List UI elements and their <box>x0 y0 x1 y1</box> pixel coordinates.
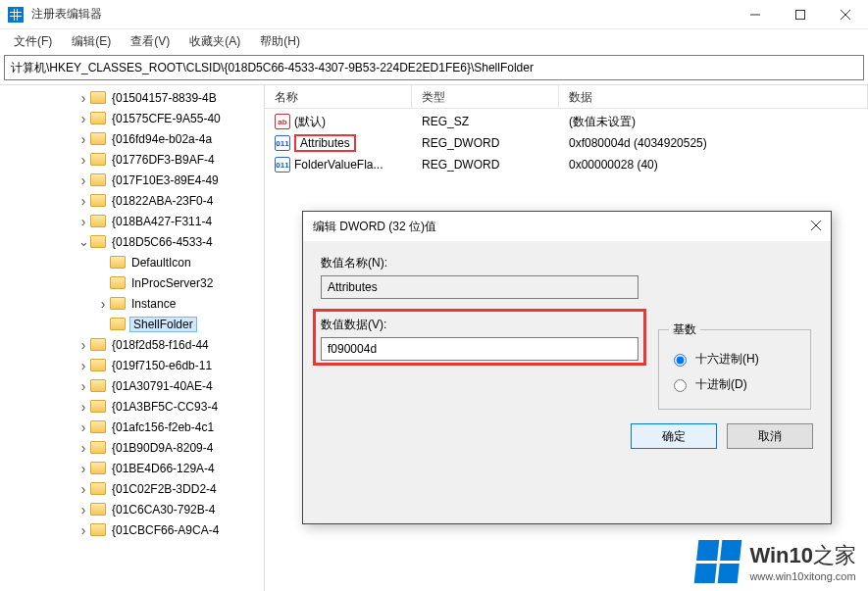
list-row[interactable]: 011AttributesREG_DWORD0xf080004d (403492… <box>265 132 868 154</box>
tree-item[interactable]: {01A30791-40AE-4 <box>0 375 264 396</box>
chevron-icon[interactable] <box>77 193 90 209</box>
tree-item[interactable]: {01C6CA30-792B-4 <box>0 499 264 519</box>
value-data-input[interactable] <box>321 337 638 361</box>
menu-file[interactable]: 文件(F) <box>6 31 60 52</box>
tree-item[interactable]: {01afc156-f2eb-4c1 <box>0 417 264 437</box>
tree-item[interactable]: InProcServer32 <box>0 272 264 293</box>
menu-view[interactable]: 查看(V) <box>123 31 178 52</box>
tree-item[interactable]: {01575CFE-9A55-40 <box>0 108 264 128</box>
tree-item[interactable]: {017F10E3-89E4-49 <box>0 170 264 190</box>
value-type: REG_DWORD <box>412 136 559 150</box>
svg-rect-1 <box>796 10 805 19</box>
chevron-icon[interactable] <box>77 152 90 168</box>
chevron-icon[interactable] <box>77 522 90 538</box>
chevron-icon[interactable] <box>77 214 90 229</box>
tree-item-label: {01822ABA-23F0-4 <box>110 194 215 208</box>
tree-item[interactable]: DefaultIcon <box>0 252 264 272</box>
value-name: (默认) <box>294 114 326 130</box>
close-button[interactable] <box>823 0 868 29</box>
tree-item[interactable]: {01C02F2B-3DD2-4 <box>0 478 264 499</box>
folder-icon <box>90 338 106 351</box>
chevron-icon[interactable] <box>77 502 90 517</box>
tree-item[interactable]: {01776DF3-B9AF-4 <box>0 149 264 170</box>
folder-icon <box>110 256 126 269</box>
radio-hex[interactable]: 十六进制(H) <box>669 346 800 371</box>
folder-icon <box>90 112 106 124</box>
value-name-input[interactable] <box>321 275 638 299</box>
tree-item[interactable]: {018D5C66-4533-4 <box>0 231 264 252</box>
titlebar: 注册表编辑器 <box>0 0 868 29</box>
list-header: 名称 类型 数据 <box>265 85 868 109</box>
menu-help[interactable]: 帮助(H) <box>252 31 308 52</box>
dialog-close-icon[interactable] <box>811 220 821 233</box>
windows-logo-icon <box>694 540 742 583</box>
tree-item[interactable]: {019f7150-e6db-11 <box>0 355 264 375</box>
chevron-icon[interactable] <box>77 337 90 353</box>
chevron-icon[interactable] <box>77 399 90 415</box>
dialog-titlebar: 编辑 DWORD (32 位)值 <box>303 212 831 241</box>
folder-icon <box>90 462 106 474</box>
tree-item[interactable]: {01CBCF66-A9CA-4 <box>0 519 264 540</box>
tree-pane[interactable]: {01504157-8839-4B{01575CFE-9A55-40{016fd… <box>0 85 265 591</box>
radio-hex-input[interactable] <box>674 354 687 367</box>
tree-item[interactable]: ShellFolder <box>0 314 264 334</box>
menu-favorites[interactable]: 收藏夹(A) <box>181 31 248 52</box>
radio-dec-input[interactable] <box>674 379 687 392</box>
chevron-icon[interactable] <box>77 358 90 373</box>
chevron-icon[interactable] <box>96 296 110 312</box>
chevron-icon[interactable] <box>77 131 90 147</box>
tree-item[interactable]: {01504157-8839-4B <box>0 87 264 108</box>
folder-icon <box>90 215 106 227</box>
list-row[interactable]: 011FolderValueFla...REG_DWORD0x00000028 … <box>265 154 868 175</box>
chevron-icon[interactable] <box>77 172 90 188</box>
menu-edit[interactable]: 编辑(E) <box>64 31 119 52</box>
chevron-icon[interactable] <box>77 419 90 435</box>
minimize-button[interactable] <box>733 0 778 29</box>
value-name-label: 数值名称(N): <box>321 255 638 271</box>
chevron-icon[interactable] <box>77 440 90 456</box>
radio-dec[interactable]: 十进制(D) <box>669 371 800 397</box>
folder-icon <box>90 132 106 145</box>
chevron-icon[interactable] <box>77 378 90 394</box>
list-row[interactable]: ab(默认)REG_SZ(数值未设置) <box>265 111 868 132</box>
folder-icon <box>90 91 106 104</box>
folder-icon <box>110 297 126 310</box>
tree-item-label: {01C6CA30-792B-4 <box>110 503 217 517</box>
tree-item[interactable]: {01BE4D66-129A-4 <box>0 458 264 478</box>
chevron-icon[interactable] <box>77 234 90 249</box>
col-name[interactable]: 名称 <box>265 85 412 108</box>
address-bar[interactable]: 计算机\HKEY_CLASSES_ROOT\CLSID\{018D5C66-45… <box>4 55 864 80</box>
chevron-icon[interactable] <box>77 111 90 126</box>
tree-item-label: {01BE4D66-129A-4 <box>110 462 217 475</box>
tree-item-label: {018D5C66-4533-4 <box>110 235 215 249</box>
maximize-button[interactable] <box>778 0 823 29</box>
tree-item[interactable]: {018BA427-F311-4 <box>0 211 264 231</box>
cancel-button[interactable]: 取消 <box>727 423 813 449</box>
ok-button[interactable]: 确定 <box>631 423 717 449</box>
menubar: 文件(F) 编辑(E) 查看(V) 收藏夹(A) 帮助(H) <box>0 29 868 53</box>
base-legend: 基数 <box>669 321 700 338</box>
value-name: Attributes <box>294 134 356 152</box>
tree-item[interactable]: {01A3BF5C-CC93-4 <box>0 396 264 417</box>
col-type[interactable]: 类型 <box>412 85 559 108</box>
folder-icon <box>110 276 126 289</box>
radio-hex-label: 十六进制(H) <box>695 351 759 368</box>
col-data[interactable]: 数据 <box>559 85 868 108</box>
tree-item-label: {017F10E3-89E4-49 <box>110 173 221 187</box>
folder-icon <box>90 153 106 166</box>
tree-item[interactable]: {016fd94e-b02a-4a <box>0 128 264 149</box>
chevron-icon[interactable] <box>77 461 90 476</box>
dialog-title: 编辑 DWORD (32 位)值 <box>313 219 436 235</box>
chevron-icon[interactable] <box>77 481 90 497</box>
folder-icon <box>90 379 106 392</box>
folder-icon <box>90 503 106 516</box>
tree-item[interactable]: {018f2d58-f16d-44 <box>0 334 264 355</box>
tree-item[interactable]: Instance <box>0 293 264 314</box>
tree-item[interactable]: {01B90D9A-8209-4 <box>0 437 264 458</box>
tree-item[interactable]: {01822ABA-23F0-4 <box>0 190 264 211</box>
value-name: FolderValueFla... <box>294 158 383 172</box>
list-rows: ab(默认)REG_SZ(数值未设置)011AttributesREG_DWOR… <box>265 109 868 175</box>
tree-item-label: {016fd94e-b02a-4a <box>110 132 214 146</box>
tree-item-label: {01CBCF66-A9CA-4 <box>110 523 221 537</box>
chevron-icon[interactable] <box>77 90 90 106</box>
